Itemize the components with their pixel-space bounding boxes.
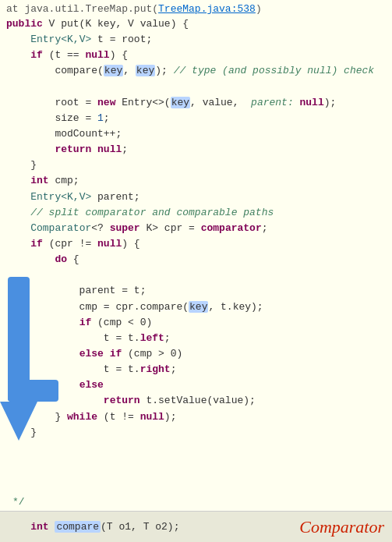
line-20: if (cmp < 0) — [6, 315, 386, 331]
line-27: } — [6, 425, 386, 441]
line-6: root = new Entry<>(key, value, parent: n… — [6, 95, 386, 111]
line-3: if (t == null) { — [6, 48, 386, 63]
line-24: else — [6, 377, 386, 393]
line-14: Comparator<? super K> cpr = comparator; — [6, 221, 386, 236]
line-1: public V put(K key, V value) { — [6, 16, 386, 32]
line-10: } — [6, 158, 386, 173]
line-16: do { — [6, 252, 386, 267]
line-15: if (cpr != null) { — [6, 236, 386, 252]
at-text: at java.util.TreeMap.put( — [6, 3, 158, 15]
line-4: compare(key, key); // type (and possibly… — [6, 63, 386, 79]
line-2: Entry<K,V> t = root; — [6, 32, 386, 48]
comment-close-line: */ — [6, 494, 31, 509]
line-18: parent = t; — [6, 283, 386, 299]
line-19: cmp = cpr.compare(key, t.key); — [6, 299, 386, 315]
line-23: t = t.right; — [6, 362, 386, 377]
line-26: } while (t != null); — [6, 409, 386, 425]
line-5 — [6, 80, 386, 95]
top-link-line: at java.util.TreeMap.put(TreeMap.java:53… — [0, 0, 392, 16]
line-22: else if (cmp > 0) — [6, 346, 386, 362]
line-21: t = t.left; — [6, 331, 386, 346]
line-17 — [6, 267, 386, 283]
line-13: // split comparator and comparable paths — [6, 205, 386, 221]
line-12: Entry<K,V> parent; — [6, 190, 386, 205]
file-link[interactable]: TreeMap.java:538 — [158, 3, 256, 15]
bottom-strip: int compare(T o1, T o2); Comparator — [0, 511, 392, 542]
line-25: return t.setValue(value); — [6, 393, 386, 409]
line-8: modCount++; — [6, 126, 386, 142]
comparator-label: Comparator — [299, 517, 384, 537]
code-area: at java.util.TreeMap.put(TreeMap.java:53… — [0, 0, 392, 542]
code-block: public V put(K key, V value) { Entry<K,V… — [0, 16, 392, 441]
line-7: size = 1; — [6, 111, 386, 126]
line-9: return null; — [6, 142, 386, 158]
at-text-close: ) — [256, 3, 262, 15]
line-11: int cmp; — [6, 173, 386, 189]
bottom-code-line: int compare(T o1, T o2); — [6, 521, 179, 533]
